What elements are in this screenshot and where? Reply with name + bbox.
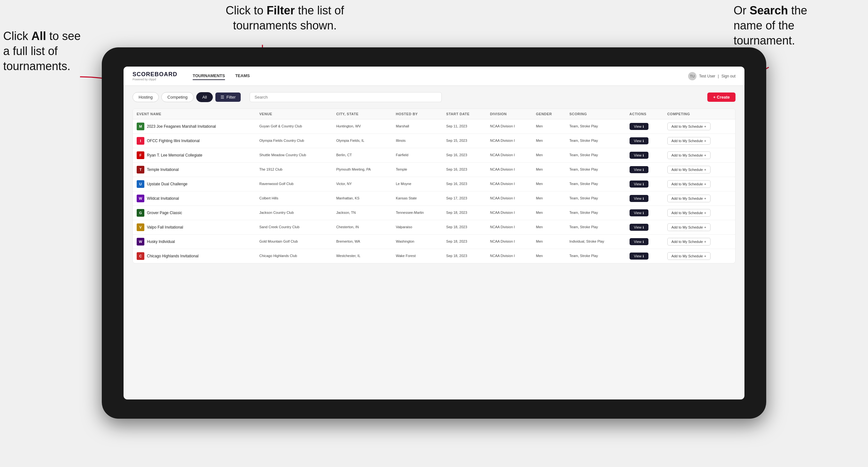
tab-competing[interactable]: Competing	[161, 92, 194, 102]
add-schedule-button-1[interactable]: Add to My Schedule +	[667, 137, 711, 145]
tab-all[interactable]: All	[196, 92, 213, 102]
team-icon-8: W	[137, 238, 144, 246]
hosted-by-cell-3: Temple	[392, 163, 442, 177]
event-name-7: Valpo Fall Invitational	[147, 225, 183, 229]
scoring-cell-4: Team, Stroke Play	[565, 177, 626, 191]
tab-hosting[interactable]: Hosting	[132, 92, 159, 102]
view-button-9[interactable]: View ℹ	[629, 253, 649, 259]
city-state-cell-5: Manhattan, KS	[332, 191, 392, 206]
hosted-by-cell-1: Illinois	[392, 134, 442, 148]
event-name-8: Husky Individual	[147, 240, 175, 244]
scoring-cell-3: Team, Stroke Play	[565, 163, 626, 177]
signout-link[interactable]: Sign out	[721, 74, 736, 79]
view-button-0[interactable]: View ℹ	[629, 123, 649, 130]
add-schedule-button-4[interactable]: Add to My Schedule +	[667, 180, 711, 188]
hosted-by-cell-4: Le Moyne	[392, 177, 442, 191]
competing-cell-8: Add to My Schedule +	[663, 235, 735, 249]
annotation-all: Click All to seea full list oftournament…	[3, 29, 105, 73]
add-schedule-button-2[interactable]: Add to My Schedule +	[667, 151, 711, 159]
action-cell-9: View ℹ	[626, 249, 663, 263]
info-icon-5: ℹ	[643, 197, 644, 200]
event-name-2: Ryan T. Lee Memorial Collegiate	[147, 153, 202, 157]
add-schedule-button-5[interactable]: Add to My Schedule +	[667, 195, 711, 202]
city-state-cell-1: Olympia Fields, IL	[332, 134, 392, 148]
event-name-cell-3: T Temple Invitational	[133, 163, 255, 177]
event-name-5: Wildcat Invitational	[147, 196, 179, 201]
info-icon-2: ℹ	[643, 154, 644, 157]
view-button-2[interactable]: View ℹ	[629, 152, 649, 159]
competing-cell-2: Add to My Schedule +	[663, 148, 735, 163]
view-button-3[interactable]: View ℹ	[629, 166, 649, 173]
venue-cell-1: Olympia Fields Country Club	[255, 134, 332, 148]
hosted-by-cell-2: Fairfield	[392, 148, 442, 163]
info-icon-4: ℹ	[643, 182, 644, 186]
event-name-9: Chicago Highlands Invitational	[147, 254, 198, 258]
scoring-cell-2: Team, Stroke Play	[565, 148, 626, 163]
nav-teams[interactable]: TEAMS	[235, 72, 250, 80]
col-competing: COMPETING	[663, 109, 735, 119]
plus-icon-9: +	[704, 254, 706, 258]
start-date-cell-0: Sep 11, 2023	[442, 119, 486, 134]
view-button-8[interactable]: View ℹ	[629, 238, 649, 245]
action-cell-4: View ℹ	[626, 177, 663, 191]
col-division: DIVISION	[486, 109, 532, 119]
view-button-5[interactable]: View ℹ	[629, 195, 649, 202]
team-icon-7: V	[137, 223, 144, 231]
competing-cell-0: Add to My Schedule +	[663, 119, 735, 134]
add-schedule-button-6[interactable]: Add to My Schedule +	[667, 209, 711, 217]
competing-cell-6: Add to My Schedule +	[663, 206, 735, 220]
scoring-cell-7: Team, Stroke Play	[565, 220, 626, 235]
event-name-3: Temple Invitational	[147, 167, 179, 172]
gender-cell-6: Men	[532, 206, 565, 220]
city-state-cell-4: Victor, NY	[332, 177, 392, 191]
start-date-cell-1: Sep 15, 2023	[442, 134, 486, 148]
scoring-cell-9: Team, Stroke Play	[565, 249, 626, 263]
gender-cell-7: Men	[532, 220, 565, 235]
annotation-filter: Click to Filter the list oftournaments s…	[186, 3, 384, 33]
team-icon-9: C	[137, 252, 144, 260]
event-name-cell-4: U Upstate Dual Challenge	[133, 177, 255, 191]
col-hosted-by: HOSTED BY	[392, 109, 442, 119]
table-row: C Chicago Highlands Invitational Chicago…	[133, 249, 735, 263]
plus-icon-3: +	[704, 168, 706, 172]
info-icon-8: ℹ	[643, 240, 644, 244]
table-row: V Valpo Fall Invitational Sand Creek Cou…	[133, 220, 735, 235]
view-button-4[interactable]: View ℹ	[629, 181, 649, 188]
add-schedule-button-9[interactable]: Add to My Schedule +	[667, 252, 711, 260]
start-date-cell-2: Sep 16, 2023	[442, 148, 486, 163]
view-button-1[interactable]: View ℹ	[629, 137, 649, 144]
view-button-6[interactable]: View ℹ	[629, 209, 649, 216]
gender-cell-5: Men	[532, 191, 565, 206]
add-schedule-button-8[interactable]: Add to My Schedule +	[667, 238, 711, 246]
add-schedule-button-3[interactable]: Add to My Schedule +	[667, 166, 711, 174]
event-name-0: 2023 Joe Feaganes Marshall Invitational	[147, 124, 216, 129]
col-gender: GENDER	[532, 109, 565, 119]
venue-cell-2: Shuttle Meadow Country Club	[255, 148, 332, 163]
start-date-cell-7: Sep 18, 2023	[442, 220, 486, 235]
venue-cell-6: Jackson Country Club	[255, 206, 332, 220]
view-button-7[interactable]: View ℹ	[629, 224, 649, 231]
annotation-search: Or Search thename of thetournament.	[734, 3, 855, 48]
event-name-cell-5: W Wildcat Invitational	[133, 191, 255, 206]
nav-tournaments[interactable]: TOURNAMENTS	[193, 72, 225, 80]
team-icon-4: U	[137, 180, 144, 188]
gender-cell-1: Men	[532, 134, 565, 148]
plus-icon-4: +	[704, 182, 706, 186]
plus-icon-0: +	[704, 125, 706, 128]
competing-cell-7: Add to My Schedule +	[663, 220, 735, 235]
tablet-shell: SCOREBOARD Powered by clippd TOURNAMENTS…	[102, 48, 766, 419]
city-state-cell-3: Plymouth Meeting, PA	[332, 163, 392, 177]
division-cell-0: NCAA Division I	[486, 119, 532, 134]
gender-cell-0: Men	[532, 119, 565, 134]
table-row: U Upstate Dual Challenge Ravenwood Golf …	[133, 177, 735, 191]
filter-button[interactable]: ☰ Filter	[215, 93, 241, 102]
add-schedule-button-7[interactable]: Add to My Schedule +	[667, 223, 711, 231]
division-cell-6: NCAA Division I	[486, 206, 532, 220]
table-row: M 2023 Joe Feaganes Marshall Invitationa…	[133, 119, 735, 134]
search-input[interactable]	[250, 92, 442, 102]
add-schedule-button-0[interactable]: Add to My Schedule +	[667, 123, 711, 130]
scoring-cell-8: Individual, Stroke Play	[565, 235, 626, 249]
create-button[interactable]: + Create	[707, 93, 736, 102]
plus-icon-2: +	[704, 153, 706, 157]
content-area: Hosting Competing All ☰ Filter + Create	[124, 86, 744, 400]
